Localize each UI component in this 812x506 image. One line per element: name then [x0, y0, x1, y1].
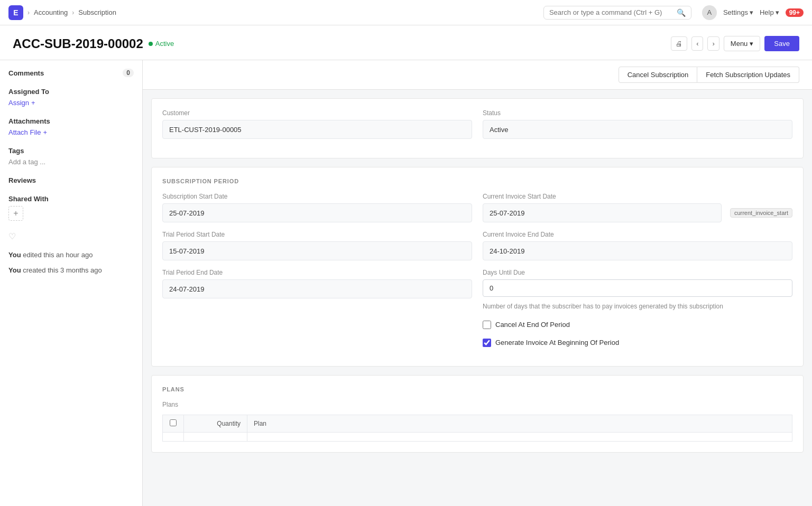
cancel-at-end-label: Cancel At End Of Period	[495, 321, 570, 329]
print-button[interactable]: 🖨	[671, 36, 687, 51]
sidebar-comments-section: Comments 0	[8, 69, 134, 77]
customer-form-section: Customer ETL-CUST-2019-00005 Status Acti…	[151, 98, 804, 158]
help-button[interactable]: Help ▾	[760, 8, 779, 16]
days-until-due-label: Days Until Due	[483, 269, 792, 276]
save-button[interactable]: Save	[764, 36, 799, 51]
trial-period-start-value: 15-07-2019	[162, 241, 472, 260]
generate-invoice-label: Generate Invoice At Beginning Of Period	[495, 339, 619, 346]
customer-status-row: Customer ETL-CUST-2019-00005 Status Acti…	[162, 109, 792, 139]
breadcrumb-subscription[interactable]: Subscription	[78, 8, 116, 16]
cancel-subscription-button[interactable]: Cancel Subscription	[619, 67, 698, 83]
page-actions: 🖨 ‹ › Menu ▾ Save	[671, 36, 799, 51]
page-header: ACC-SUB-2019-00002 Active 🖨 ‹ › Menu ▾ S…	[0, 25, 812, 60]
current-invoice-end-label: Current Invoice End Date	[483, 231, 792, 238]
page-title: ACC-SUB-2019-00002	[13, 36, 143, 51]
current-invoice-start-value: 25-07-2019	[483, 203, 722, 222]
add-tag-button[interactable]: Add a tag ...	[8, 158, 134, 166]
attach-file-button[interactable]: Attach File +	[8, 128, 134, 136]
status-value: Active	[483, 120, 792, 139]
notification-badge[interactable]: 99+	[786, 8, 804, 17]
plans-label: Plans	[162, 401, 792, 408]
trial-period-end-label: Trial Period End Date	[162, 269, 472, 276]
assigned-to-label: Assigned To	[8, 88, 134, 96]
trial-end-days-row: Trial Period End Date 24-07-2019 Days Un…	[162, 269, 792, 347]
trial-period-start-label: Trial Period Start Date	[162, 231, 472, 238]
plans-table: Quantity Plan	[162, 415, 792, 442]
current-invoice-start-field: Current Invoice Start Date 25-07-2019 cu…	[483, 193, 792, 222]
sidebar-activity: You edited this an hour ago You created …	[8, 250, 134, 276]
prev-button[interactable]: ‹	[691, 36, 703, 51]
app-logo: E	[8, 5, 23, 20]
days-until-due-help: Number of days that the subscriber has t…	[483, 302, 792, 311]
activity-actor-1: You	[8, 251, 21, 259]
fetch-subscription-updates-button[interactable]: Fetch Subscription Updates	[697, 67, 799, 83]
current-invoice-end-value: 24-10-2019	[483, 241, 792, 260]
activity-actor-2: You	[8, 266, 21, 274]
assign-button[interactable]: Assign +	[8, 99, 134, 107]
attachments-label: Attachments	[8, 117, 134, 125]
cancel-at-end-row: Cancel At End Of Period	[483, 321, 792, 329]
menu-chevron-icon: ▾	[750, 40, 753, 48]
settings-label: Settings	[723, 8, 748, 16]
topnav-right-actions: A Settings ▾ Help ▾ 99+	[702, 5, 804, 20]
help-chevron-icon: ▾	[776, 8, 779, 16]
start-dates-row: Subscription Start Date 25-07-2019 Curre…	[162, 193, 792, 222]
activity-text-1: edited this an hour ago	[23, 251, 93, 259]
status-field: Status Active	[483, 109, 792, 139]
days-until-due-input[interactable]	[483, 279, 792, 297]
current-invoice-start-label: Current Invoice Start Date	[483, 193, 792, 200]
search-bar[interactable]: 🔍	[543, 6, 691, 20]
settings-chevron-icon: ▾	[750, 8, 753, 16]
plans-select-all-checkbox[interactable]	[170, 419, 177, 426]
search-icon: 🔍	[677, 8, 686, 17]
settings-button[interactable]: Settings ▾	[723, 8, 753, 16]
customer-value: ETL-CUST-2019-00005	[162, 120, 472, 139]
subscription-start-date-label: Subscription Start Date	[162, 193, 472, 200]
sidebar: Comments 0 Assigned To Assign + Attachme…	[0, 60, 143, 506]
next-button[interactable]: ›	[707, 36, 719, 51]
comments-count: 0	[123, 69, 134, 77]
subscription-period-section: SUBSCRIPTION PERIOD Subscription Start D…	[151, 167, 804, 367]
current-invoice-end-field: Current Invoice End Date 24-10-2019	[483, 231, 792, 260]
activity-text-2: created this 3 months ago	[23, 266, 102, 274]
shared-add-button[interactable]: +	[8, 206, 23, 221]
trial-invoice-row: Trial Period Start Date 15-07-2019 Curre…	[162, 231, 792, 260]
main-layout: Comments 0 Assigned To Assign + Attachme…	[0, 60, 812, 506]
help-label: Help	[760, 8, 774, 16]
subscription-start-date-field: Subscription Start Date 25-07-2019	[162, 193, 472, 222]
breadcrumb-accounting[interactable]: Accounting	[34, 8, 68, 16]
plans-table-plan-header: Plan	[247, 415, 792, 432]
plans-table-check-header	[163, 415, 184, 432]
customer-label: Customer	[162, 109, 472, 117]
comments-label: Comments 0	[8, 69, 134, 77]
days-until-due-field: Days Until Due Number of days that the s…	[483, 269, 792, 347]
cancel-at-end-checkbox[interactable]	[483, 321, 491, 329]
plans-section-title: PLANS	[162, 386, 792, 392]
trial-period-end-field: Trial Period End Date 24-07-2019	[162, 269, 472, 347]
assign-plus-icon: +	[31, 99, 35, 107]
page-title-area: ACC-SUB-2019-00002 Active	[13, 36, 174, 51]
subscription-start-date-value: 25-07-2019	[162, 203, 472, 222]
breadcrumb-chevron-1: ›	[27, 9, 30, 16]
favorite-icon[interactable]: ♡	[8, 231, 134, 241]
plans-section: PLANS Plans Quantity Plan	[151, 375, 804, 453]
top-navigation: E › Accounting › Subscription 🔍 A Settin…	[0, 0, 812, 25]
generate-invoice-row: Generate Invoice At Beginning Of Period	[483, 339, 792, 347]
sidebar-tags-section: Tags Add a tag ...	[8, 147, 134, 166]
reviews-label: Reviews	[8, 176, 134, 184]
search-input[interactable]	[549, 8, 673, 16]
trial-period-end-value: 24-07-2019	[162, 279, 472, 298]
customer-field: Customer ETL-CUST-2019-00005	[162, 109, 472, 139]
status-label: Active	[155, 40, 174, 48]
status-dot-icon	[149, 42, 153, 46]
main-content: Cancel Subscription Fetch Subscription U…	[143, 60, 812, 506]
attach-plus-icon: +	[43, 128, 47, 136]
avatar: A	[702, 5, 717, 20]
menu-button[interactable]: Menu ▾	[724, 36, 761, 51]
status-label: Status	[483, 109, 792, 117]
shared-with-label: Shared With	[8, 195, 134, 203]
status-badge: Active	[149, 40, 174, 48]
generate-invoice-checkbox[interactable]	[483, 339, 491, 347]
plans-empty-row	[163, 432, 792, 441]
sidebar-shared-section: Shared With +	[8, 195, 134, 221]
